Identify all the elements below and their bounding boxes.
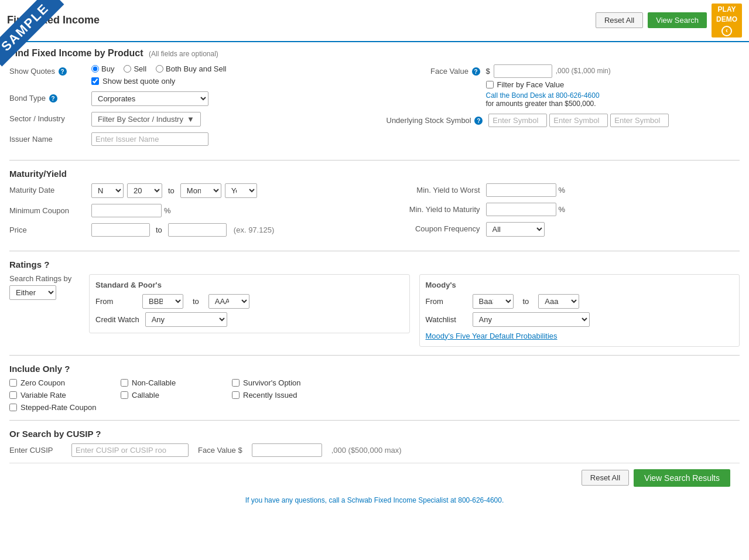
face-value-input[interactable] [494, 64, 552, 78]
sp-credit-watch-select[interactable]: AnyPositiveNegativeDeveloping [145, 312, 227, 327]
face-value-input-row: $ ,000 ($1,000 min) [486, 64, 611, 78]
face-value-content: $ ,000 ($1,000 min) Filter by Face Value… [486, 64, 611, 108]
symbol-input-3[interactable] [610, 114, 669, 127]
variable-rate-checkbox[interactable] [9, 391, 17, 399]
month-to-select[interactable]: Month [180, 183, 221, 198]
sector-industry-label: Sector / Industry [9, 112, 85, 123]
zero-coupon-checkbox[interactable] [9, 379, 17, 387]
symbol-input-2[interactable] [549, 114, 608, 127]
stepped-rate-label: Stepped-Rate Coupon [20, 403, 96, 412]
recently-issued-label: Recently Issued [243, 391, 297, 399]
min-coupon-input-row: % [91, 204, 171, 217]
ratings-title: Ratings ? [9, 259, 740, 269]
price-from-input[interactable] [91, 223, 150, 237]
best-quote-checkbox[interactable] [91, 77, 99, 85]
sp-to-select[interactable]: AAAAA+AABBB- [208, 294, 249, 309]
price-row: Price to (ex. 97.125) [9, 223, 363, 237]
moodys-from-row: From Baa3AaaAa1 to AaaAa1Baa3 [426, 294, 734, 309]
show-quotes-help-icon[interactable]: ? [59, 67, 67, 76]
include-survivor-option[interactable]: Survivor's Option [232, 378, 361, 387]
main-form: Show Quotes ? Buy Sell [9, 64, 740, 152]
price-to-label: to [156, 226, 162, 234]
radio-sell-input[interactable] [124, 65, 131, 73]
play-demo-badge[interactable]: PLAY DEMO ‹ [712, 4, 742, 37]
bond-type-help-icon[interactable]: ? [49, 94, 57, 103]
year-to-select[interactable]: Year [225, 183, 257, 198]
sp-from-label: From [95, 297, 136, 306]
radio-buy[interactable]: Buy [91, 64, 114, 73]
callable-checkbox[interactable] [121, 391, 128, 399]
ratings-outer: Search Ratings by Either And Or Standard… [9, 274, 740, 347]
cusip-title: Or Search by CUSIP ? [9, 429, 740, 439]
issuer-name-label: Issuer Name [9, 132, 85, 144]
include-stepped-rate[interactable]: Stepped-Rate Coupon [9, 403, 115, 412]
moodys-watchlist-select[interactable]: AnyUpgradeDowngradeDirection Uncertain [473, 312, 590, 327]
moodys-to-label: to [523, 297, 529, 306]
include-callable[interactable]: Callable [121, 391, 226, 399]
either-select[interactable]: Either And Or [9, 285, 56, 300]
moodys-from-select[interactable]: Baa3AaaAa1 [473, 294, 514, 309]
issuer-name-input[interactable] [91, 132, 208, 146]
phone-note-text: Call the Bond Desk at 800-626-4600 [486, 91, 600, 100]
min-yield-worst-pct: % [559, 186, 566, 194]
include-zero-coupon[interactable]: Zero Coupon [9, 378, 115, 387]
face-value-help-icon[interactable]: ? [472, 67, 480, 76]
sector-industry-row: Sector / Industry Filter By Sector / Ind… [9, 112, 363, 127]
price-input-row: to (ex. 97.125) [91, 223, 274, 237]
price-to-input[interactable] [168, 223, 227, 237]
sp-from-select[interactable]: BBB-AAAAA+AA [142, 294, 183, 309]
divider-1 [9, 160, 740, 161]
radio-sell[interactable]: Sell [124, 64, 146, 73]
cusip-section: Or Search by CUSIP ? Enter CUSIP Face Va… [9, 429, 740, 457]
sp-header: Standard & Poor's [95, 281, 403, 289]
symbol-input-1[interactable] [488, 114, 547, 127]
recently-issued-checkbox[interactable] [232, 391, 240, 399]
cusip-face-value-input[interactable] [252, 443, 322, 457]
moodys-watchlist-label: Watchlist [426, 315, 467, 324]
ratings-section: Ratings ? Search Ratings by Either And O… [9, 259, 740, 347]
filter-face-value-checkbox[interactable] [486, 81, 494, 88]
include-recently-issued[interactable]: Recently Issued [232, 391, 361, 399]
non-callable-label: Non-Callable [132, 378, 176, 387]
sector-industry-button[interactable]: Filter By Sector / Industry ▼ [91, 112, 201, 127]
cusip-input[interactable] [71, 443, 189, 457]
min-coupon-input[interactable] [91, 204, 162, 217]
radio-both-input[interactable] [156, 65, 163, 73]
reset-all-button-bottom[interactable]: Reset All [582, 470, 629, 486]
underlying-stock-row: Underlying Stock Symbol ? [387, 114, 740, 127]
radio-buy-input[interactable] [91, 65, 99, 73]
moodys-to-select[interactable]: AaaAa1Baa3 [538, 294, 579, 309]
moodys-default-link[interactable]: Moody's Five Year Default Probabilities [426, 332, 558, 340]
cusip-help-icon[interactable]: ? [95, 429, 101, 439]
divider-4 [9, 420, 740, 421]
issuer-name-row: Issuer Name [9, 132, 363, 146]
ratings-help-icon[interactable]: ? [44, 259, 49, 269]
best-quote-checkbox-label[interactable]: Show best quote only [91, 77, 226, 86]
non-callable-checkbox[interactable] [121, 379, 128, 387]
cusip-enter-label: Enter CUSIP [9, 446, 62, 455]
view-search-button-top[interactable]: View Search [648, 12, 707, 28]
maturity-date-inputs: Nov 2017 to Month Year [91, 183, 257, 198]
stepped-rate-checkbox[interactable] [9, 404, 17, 411]
min-yield-maturity-row: Min. Yield to Maturity % [387, 203, 740, 216]
underlying-stock-help-icon[interactable]: ? [474, 117, 483, 125]
radio-both[interactable]: Both Buy and Sell [156, 64, 226, 73]
include-non-callable[interactable]: Non-Callable [121, 378, 226, 387]
survivor-option-checkbox[interactable] [232, 379, 240, 387]
bond-type-select[interactable]: Corporates Municipals Treasury Agency CD [91, 91, 208, 106]
play-demo-label: PLAY DEMO [716, 5, 737, 25]
month-from-select[interactable]: Nov [91, 183, 124, 198]
show-quotes-label: Show Quotes ? [9, 64, 85, 76]
view-search-results-button[interactable]: View Search Results [634, 469, 730, 487]
divider-3 [9, 355, 740, 356]
include-variable-rate[interactable]: Variable Rate [9, 391, 115, 399]
coupon-freq-select[interactable]: All Monthly Semi-Annual Annual Quarterly [486, 222, 545, 237]
min-yield-maturity-input[interactable] [486, 203, 556, 216]
year-from-select[interactable]: 2017 [127, 183, 162, 198]
reset-all-button-top[interactable]: Reset All [596, 12, 643, 28]
divider-2 [9, 251, 740, 251]
sp-credit-watch-label: Credit Watch [95, 315, 139, 324]
min-yield-worst-input[interactable] [486, 183, 556, 197]
face-value-label: Face Value ? [387, 64, 480, 76]
include-only-help-icon[interactable]: ? [64, 364, 70, 374]
